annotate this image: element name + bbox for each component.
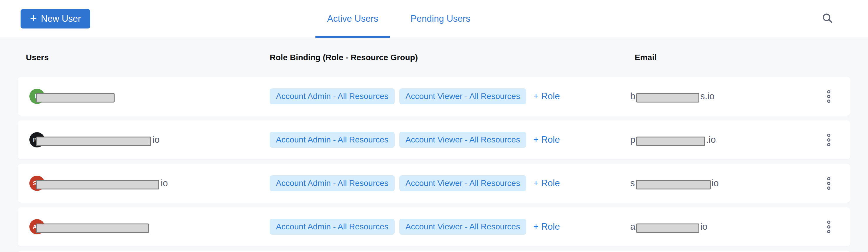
tabs: Active Users Pending Users: [315, 0, 482, 38]
add-role-button[interactable]: + Role: [533, 221, 560, 232]
table-row-partial: [18, 251, 850, 252]
email-redaction-bar: [636, 136, 705, 146]
row-actions-cell: [792, 132, 850, 148]
new-user-button-label: New User: [41, 13, 81, 24]
row-actions-cell: [792, 175, 850, 191]
user-cell: B: [18, 89, 270, 104]
email-redaction-bar: [636, 93, 699, 102]
table-row: B Account Admin - All ResourcesAccount V…: [18, 77, 850, 116]
email-fragment: s: [630, 178, 635, 189]
user-email-cell: b s.io: [618, 91, 792, 102]
table-row: SP io Account Admin - All ResourcesAccou…: [18, 164, 850, 203]
add-role-button[interactable]: + Role: [533, 178, 560, 189]
role-binding-cell: Account Admin - All ResourcesAccount Vie…: [270, 132, 618, 148]
tab-pending-users[interactable]: Pending Users: [399, 0, 482, 38]
top-bar: + New User Active Users Pending Users: [0, 0, 868, 38]
name-redaction-bar: [36, 223, 149, 233]
row-actions-cell: [792, 219, 850, 235]
users-table: Users Role Binding (Role - Resource Grou…: [0, 38, 868, 252]
role-badge: Account Admin - All Resources: [270, 88, 395, 104]
search-icon[interactable]: [820, 11, 835, 26]
email-redaction-bar: [636, 223, 699, 233]
table-header: Users Role Binding (Role - Resource Grou…: [18, 38, 850, 77]
email-fragment: io: [700, 221, 707, 232]
user-cell: PP io: [18, 132, 270, 148]
role-badge: Account Viewer - All Resources: [399, 132, 526, 148]
add-role-button[interactable]: + Role: [533, 91, 560, 102]
email-fragment: .io: [706, 134, 716, 145]
email-fragment: a: [630, 221, 635, 232]
role-binding-cell: Account Admin - All ResourcesAccount Vie…: [270, 88, 618, 104]
email-redaction-bar: [636, 180, 711, 189]
name-redaction-bar: [36, 180, 159, 189]
user-name-fragment: io: [153, 134, 160, 145]
role-badge: Account Viewer - All Resources: [399, 175, 526, 191]
more-options-icon[interactable]: [826, 132, 832, 148]
role-binding-cell: Account Admin - All ResourcesAccount Vie…: [270, 219, 618, 235]
role-badge: Account Admin - All Resources: [270, 175, 395, 191]
table-row: AS Account Admin - All ResourcesAccount …: [18, 207, 850, 246]
user-name-fragment: io: [161, 178, 168, 189]
row-actions-cell: [792, 88, 850, 104]
col-header-role-binding: Role Binding (Role - Resource Group): [270, 53, 618, 62]
role-badge: Account Viewer - All Resources: [399, 88, 526, 104]
magnifier-glyph: [822, 12, 834, 25]
user-email-cell: s io: [618, 178, 792, 189]
new-user-button[interactable]: + New User: [21, 9, 90, 29]
col-header-email: Email: [618, 53, 792, 62]
role-badge: Account Admin - All Resources: [270, 132, 395, 148]
email-fragment: b: [630, 91, 635, 102]
role-badge: Account Admin - All Resources: [270, 219, 395, 235]
user-cell: SP io: [18, 176, 270, 191]
user-management-screen: + New User Active Users Pending Users Us…: [0, 0, 868, 252]
email-fragment: p: [630, 134, 635, 145]
role-badge: Account Viewer - All Resources: [399, 219, 526, 235]
table-body: B Account Admin - All ResourcesAccount V…: [18, 77, 850, 246]
user-email-cell: p .io: [618, 134, 792, 145]
role-binding-cell: Account Admin - All ResourcesAccount Vie…: [270, 175, 618, 191]
tab-active-users[interactable]: Active Users: [315, 0, 390, 38]
email-fragment: s.io: [700, 91, 714, 102]
name-redaction-bar: [36, 93, 115, 102]
email-fragment: io: [712, 178, 719, 189]
user-cell: AS: [18, 219, 270, 234]
user-email-cell: a io: [618, 221, 792, 232]
name-redaction-bar: [36, 136, 151, 146]
more-options-icon[interactable]: [826, 175, 832, 191]
add-role-button[interactable]: + Role: [533, 134, 560, 145]
more-options-icon[interactable]: [826, 88, 832, 104]
col-header-users: Users: [18, 53, 270, 62]
table-row: PP io Account Admin - All ResourcesAccou…: [18, 120, 850, 159]
plus-icon: +: [30, 12, 37, 24]
more-options-icon[interactable]: [826, 219, 832, 235]
